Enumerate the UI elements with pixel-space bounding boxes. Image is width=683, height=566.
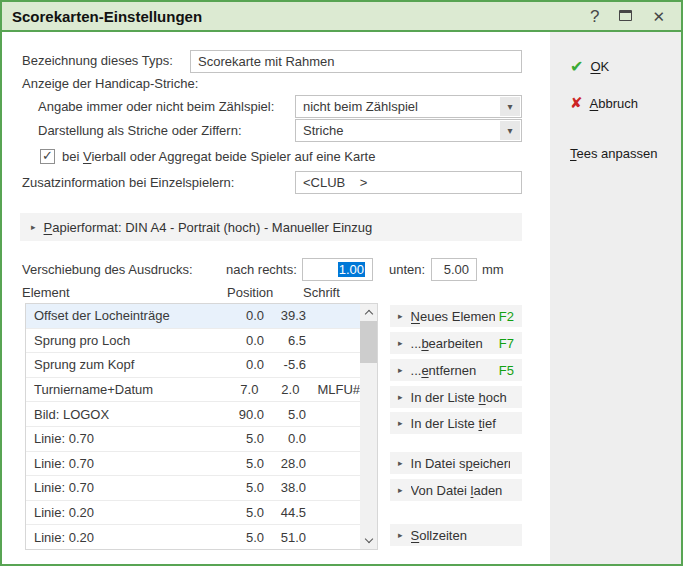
element-table: Offset der Locheinträge 0.0 39.3 Sprung … [25,303,378,550]
cell-position: 5.0 [204,431,264,446]
label-accesskey: h [478,390,485,405]
label-part: apierformat: DIN A4 - Portrait (hoch) - … [52,220,372,235]
cell-element: Offset der Locheinträge [26,308,204,323]
vierball-checkbox-label: bei Vierball oder Aggregat beide Spieler… [62,149,375,165]
close-icon[interactable]: ✕ [652,9,665,24]
darstellung-dropdown[interactable]: Striche ▾ [295,119,522,142]
cancel-button[interactable]: ✘ Abbruch [570,94,638,112]
expand-icon: ▸ [398,418,403,428]
label-part: ntfernen [429,363,477,378]
table-row[interactable]: Sprung pro Loch 0.0 6.5 [26,329,360,354]
type-label: Bezeichnung dieses Typs: [22,53,173,69]
label-part: earbeiten [429,336,483,351]
move-up-button[interactable]: ▸ In der Liste hoch [390,386,522,408]
checkbox-check-icon: ✓ [42,148,53,163]
help-icon[interactable]: ? [590,8,599,25]
cell-schrift: 5.0 [264,407,306,422]
label-part: ollzeiten [419,528,467,543]
offset-right-input[interactable]: 1.00 [302,258,373,281]
chevron-up-glyph [364,310,372,318]
button-label: ...bearbeiten [411,336,495,351]
zusatzinfo-input[interactable]: <CLUB > [295,171,522,194]
remove-element-button[interactable]: ▸ ...entfernen F5 [390,359,522,381]
papierformat-label: Papierformat: DIN A4 - Portrait (hoch) -… [44,220,373,235]
dropdown-glyph: ▾ [507,101,512,112]
cell-schrift: 44.5 [264,505,306,520]
window-title: Scorekarten-Einstellungen [2,8,202,25]
maximize-glyph [619,10,632,21]
cancel-label: Abbruch [590,96,638,111]
titlebar: Scorekarten-Einstellungen ? ✕ [2,2,681,32]
cell-schrift: 28.0 [264,456,306,471]
scorecard-settings-dialog: Scorekarten-Einstellungen ? ✕ Bezeichnun… [0,0,683,566]
table-row[interactable]: Bild: LOGOX 90.0 5.0 [26,402,360,427]
cross-icon: ✘ [570,94,583,112]
table-row[interactable]: Sprung zum Kopf 0.0 -5.6 [26,353,360,378]
cell-position: 0.0 [204,357,264,372]
expand-icon: ▸ [398,458,403,468]
button-label: In der Liste hoch [411,390,510,405]
button-label: In der Liste tief [411,416,510,431]
edit-element-button[interactable]: ▸ ...bearbeiten F7 [390,332,522,354]
papierformat-button[interactable]: ▸ Papierformat: DIN A4 - Portrait (hoch)… [20,213,522,241]
load-from-file-button[interactable]: ▸ Von Datei laden [390,479,522,501]
label-accesskey: e [421,363,428,378]
scroll-thumb[interactable] [360,321,377,363]
save-to-file-button[interactable]: ▸ In Datei speichern [390,452,522,474]
offset-label: Verschiebung des Ausdrucks: [22,262,193,278]
table-row[interactable]: Linie: 0.70 5.0 28.0 [26,452,360,477]
label-part: ief [482,416,496,431]
vierball-checkbox[interactable]: ✓ [40,149,55,164]
label-part: K [601,59,610,74]
cell-schrift: 0.0 [264,431,306,446]
fkey-label: F5 [499,363,514,378]
cell-element: Linie: 0.20 [26,505,204,520]
type-input[interactable]: Scorekarte mit Rahmen [190,50,522,73]
move-down-button[interactable]: ▸ In der Liste tief [390,412,522,434]
expand-icon: ▸ [31,222,36,232]
label-accesskey: A [590,96,599,111]
scroll-down-icon[interactable] [360,532,377,549]
table-row[interactable]: Linie: 0.20 5.0 44.5 [26,501,360,526]
sollzeiten-button[interactable]: ▸ Sollzeiten [390,524,522,546]
scroll-up-icon[interactable] [360,304,377,321]
check-icon: ✔ [570,57,583,76]
table-row[interactable]: Linie: 0.20 5.0 51.0 [26,525,360,549]
label-part: aden [473,483,502,498]
ok-button[interactable]: ✔ OK [570,57,609,76]
offset-right-value: 1.00 [338,262,365,277]
header-position: Position [227,285,273,301]
table-row[interactable]: Turniername+Datum 7.0 2.0 MLFU# [26,378,360,403]
cell-font: MLFU# [299,382,360,397]
offset-bottom-input[interactable]: 5.00 [431,258,477,281]
chevron-down-icon[interactable]: ▾ [500,121,520,140]
label-part: Von Datei [411,483,471,498]
side-panel: ✔ OK ✘ Abbruch Tees anpassen [550,32,681,564]
element-table-rows: Offset der Locheinträge 0.0 39.3 Sprung … [26,304,360,549]
label-accesskey: N [411,309,420,324]
maximize-icon[interactable] [619,8,632,24]
chevron-down-icon[interactable]: ▾ [500,97,520,116]
offset-bottom-label: unten: [389,262,425,278]
table-scrollbar[interactable] [360,304,377,549]
cell-position: 5.0 [204,456,264,471]
cell-schrift: -5.6 [264,357,306,372]
fkey-label: F7 [499,336,514,351]
table-row[interactable]: Offset der Locheinträge 0.0 39.3 [26,304,360,329]
table-row[interactable]: Linie: 0.70 5.0 0.0 [26,427,360,452]
expand-icon: ▸ [398,365,403,375]
new-element-button[interactable]: ▸ Neues Element F2 [390,305,522,327]
cell-schrift: 2.0 [258,382,299,397]
label-accesskey: P [44,220,53,235]
cell-element: Linie: 0.70 [26,431,204,446]
label-part: ... [411,336,422,351]
label-accesskey: b [421,336,428,351]
cell-position: 5.0 [204,480,264,495]
expand-icon: ▸ [398,392,403,402]
label-part: eichern [473,456,510,471]
table-row[interactable]: Linie: 0.70 5.0 38.0 [26,476,360,501]
tees-anpassen-button[interactable]: Tees anpassen [570,146,657,161]
zaehlspiel-dropdown[interactable]: nicht beim Zählspiel ▾ [295,95,522,118]
zaehlspiel-label: Angabe immer oder nicht beim Zählspiel: [38,99,274,115]
expand-icon: ▸ [398,338,403,348]
